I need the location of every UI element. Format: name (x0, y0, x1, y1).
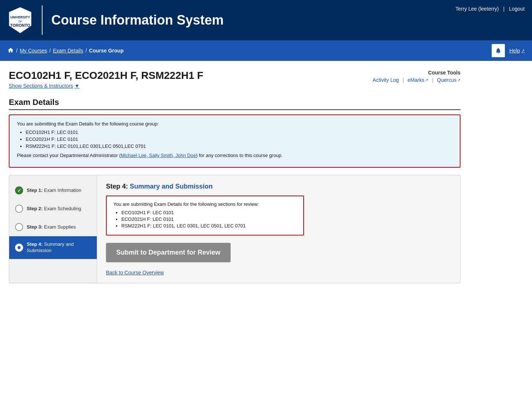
breadcrumb: / My Courses / Exam Details / Course Gro… (7, 47, 124, 55)
submit-button[interactable]: Submit to Department for Review (106, 243, 231, 262)
activity-log-link[interactable]: Activity Log (373, 77, 399, 83)
step4-item[interactable]: Step 4: Summary and Submission (9, 236, 97, 259)
list-item: ECO102H1 F: LEC 0101 (26, 129, 452, 135)
step4-circle (15, 244, 23, 252)
back-to-overview-link[interactable]: Back to Course Overview (106, 270, 164, 276)
svg-text:UNIVERSITY: UNIVERSITY (10, 15, 30, 19)
course-title-row: ECO102H1 F, ECO2021H F, RSM222H1 F Show … (9, 70, 461, 89)
step4-label: Step 4: Summary and Submission (27, 241, 91, 254)
top-header: UNIVERSITY OF TORONTO Course Information… (0, 0, 532, 40)
submission-section-list: ECO102H1 F: LEC 0101 ECO2021H F: LEC 010… (121, 210, 297, 229)
course-tools-links: Activity Log | eMarks ↗ | Quercus ↗ (373, 77, 461, 83)
step2-circle (15, 205, 23, 213)
step1-circle: ✓ (15, 186, 23, 194)
list-item: RSM222H1 F: LEC 0101, LEC 0301, LEC 0501… (121, 223, 297, 229)
exam-details-heading: Exam Details (9, 98, 461, 110)
step2-label: Step 2: Exam Scheduling (27, 206, 81, 212)
external-link-icon: ↗ (521, 48, 525, 53)
step1-label: Step 1: Exam Information (27, 187, 81, 194)
header-divider (42, 6, 43, 35)
svg-text:OF: OF (18, 20, 22, 23)
notification-button[interactable] (492, 44, 505, 57)
breadcrumb-right: Help ↗ (492, 44, 525, 57)
breadcrumb-current: Course Group (89, 48, 124, 54)
bell-icon (495, 47, 502, 54)
quercus-external-icon: ↗ (457, 78, 461, 83)
step3-circle (15, 223, 23, 231)
show-sections-button[interactable]: Show Sections & Instructors ▼ (9, 83, 80, 89)
submission-info-box: You are submitting Exam Details for the … (106, 196, 304, 236)
user-name: Terry Lee (leeterry) (455, 6, 499, 12)
uoft-logo: UNIVERSITY OF TORONTO (7, 6, 33, 35)
contact-admins-link[interactable]: Michael Lee, Sally Smith, John Doe (121, 153, 196, 158)
course-title: ECO102H1 F, ECO2021H F, RSM222H1 F (9, 70, 203, 81)
step4-content: Step 4: Summary and Submission You are s… (97, 175, 460, 283)
quercus-link[interactable]: Quercus ↗ (437, 77, 461, 83)
home-link[interactable] (7, 47, 14, 55)
course-tools: Course Tools Activity Log | eMarks ↗ | Q… (373, 70, 461, 83)
step4-content-title: Step 4: Summary and Submission (106, 183, 451, 190)
svg-text:TORONTO: TORONTO (10, 23, 30, 28)
info-box-intro: You are submitting the Exam Details for … (17, 121, 452, 127)
step3-item[interactable]: Step 3: Exam Supplies (9, 218, 97, 236)
submission-intro: You are submitting Exam Details for the … (113, 201, 297, 207)
app-title: Course Information System (51, 12, 224, 28)
list-item: RSM222H1 F: LEC 0101,LEC 0301,LEC 0501,L… (26, 143, 452, 149)
emarks-external-icon: ↗ (425, 78, 428, 83)
svg-point-4 (18, 246, 21, 249)
home-icon (7, 47, 14, 54)
contact-line: Please contact your Departmental Adminis… (17, 153, 452, 158)
exam-details-link[interactable]: Exam Details (53, 48, 83, 54)
submit-button-area: Submit to Department for Review (106, 243, 451, 270)
course-tools-label: Course Tools (373, 70, 461, 76)
list-item: ECO102H1 F: LEC 0101 (121, 210, 297, 215)
course-group-info-box: You are submitting the Exam Details for … (9, 114, 461, 168)
list-item: ECO2021H F: LEC 0101 (26, 136, 452, 142)
my-courses-link[interactable]: My Courses (20, 48, 47, 54)
active-dot-icon (17, 246, 21, 249)
dropdown-arrow-icon: ▼ (74, 83, 80, 89)
back-link-area: Back to Course Overview (106, 270, 451, 276)
checkmark-icon: ✓ (17, 188, 21, 193)
logout-link[interactable]: Logout (509, 6, 525, 12)
step2-item[interactable]: Step 2: Exam Scheduling (9, 200, 97, 218)
main-content: ECO102H1 F, ECO2021H F, RSM222H1 F Show … (0, 61, 469, 292)
course-title-area: ECO102H1 F, ECO2021H F, RSM222H1 F Show … (9, 70, 203, 89)
list-item: ECO2021H F: LEC 0101 (121, 216, 297, 222)
step1-item[interactable]: ✓ Step 1: Exam Information (9, 181, 97, 200)
steps-container: ✓ Step 1: Exam Information Step 2: Exam … (9, 175, 461, 283)
emarks-link[interactable]: eMarks ↗ (408, 77, 429, 83)
step3-label: Step 3: Exam Supplies (27, 224, 76, 230)
info-box-course-list: ECO102H1 F: LEC 0101 ECO2021H F: LEC 010… (26, 129, 452, 149)
user-area: Terry Lee (leeterry) | Logout (455, 6, 525, 12)
breadcrumb-bar: / My Courses / Exam Details / Course Gro… (0, 40, 532, 61)
help-link[interactable]: Help ↗ (509, 48, 525, 54)
steps-sidebar: ✓ Step 1: Exam Information Step 2: Exam … (9, 175, 97, 283)
logo-area: UNIVERSITY OF TORONTO (7, 6, 33, 35)
